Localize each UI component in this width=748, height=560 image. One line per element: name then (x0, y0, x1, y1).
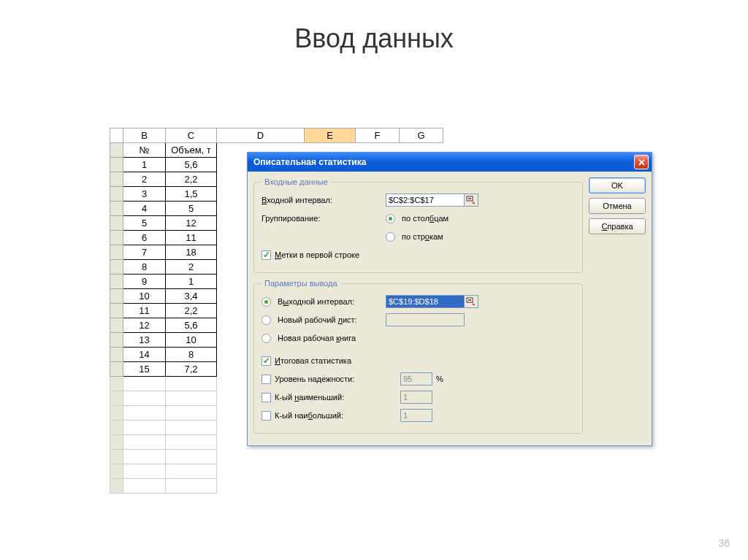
cell-C[interactable]: 12 (166, 216, 217, 231)
output-options-group: Параметры вывода Выходной интервал: Новы… (253, 279, 583, 434)
input-range-picker-button[interactable] (464, 193, 478, 207)
output-group-legend: Параметры вывода (262, 279, 340, 288)
by-columns-label: по столбцам (402, 214, 449, 223)
cell-C[interactable]: 3,4 (166, 289, 217, 304)
input-group-legend: Входные данные (262, 177, 331, 186)
header-B[interactable]: № (123, 143, 166, 158)
input-range-label: Входной интервал: (262, 196, 386, 204)
cell-C[interactable]: 1 (166, 275, 217, 289)
kth-largest-label: К-ый наибольший: (275, 411, 343, 420)
cell-B[interactable]: 2 (123, 172, 166, 187)
by-columns-radio[interactable] (386, 214, 395, 223)
summary-stats-label: Итоговая статистика (275, 356, 351, 365)
cell-C[interactable]: 5 (166, 202, 217, 216)
output-range-radio[interactable] (262, 297, 271, 307)
new-workbook-label: Новая рабочая книга (278, 334, 356, 342)
grouping-label: Группирование: (262, 214, 386, 223)
col-header-D[interactable]: D (217, 129, 305, 143)
cell-B[interactable]: 14 (123, 348, 166, 362)
range-picker-icon (466, 297, 476, 306)
cell-B[interactable]: 3 (123, 187, 166, 202)
by-rows-label: по строкам (402, 232, 443, 241)
svg-rect-3 (468, 299, 471, 301)
range-picker-icon (466, 196, 476, 204)
labels-first-row-label: Метки в первой строке (275, 250, 359, 259)
new-worksheet-field (386, 313, 465, 326)
kth-smallest-checkbox[interactable] (262, 393, 271, 402)
cell-B[interactable]: 4 (123, 202, 166, 216)
cell-C[interactable]: 2,2 (166, 172, 217, 187)
cancel-button[interactable]: Отмена (589, 198, 646, 214)
cell-C[interactable]: 1,5 (166, 187, 217, 202)
cell-C[interactable]: 10 (166, 333, 217, 348)
page-number: 36 (718, 537, 730, 549)
cell-B[interactable]: 1 (123, 158, 166, 172)
input-data-group: Входные данные Входной интервал: Группир… (253, 177, 583, 273)
cell-B[interactable]: 7 (123, 245, 166, 260)
dialog-title: Описательная статистика (253, 157, 634, 167)
cell-B[interactable]: 10 (123, 289, 166, 304)
close-icon: ✕ (638, 157, 646, 168)
cell-B[interactable]: 13 (123, 333, 166, 348)
col-header-G[interactable]: G (400, 129, 443, 143)
col-header-C[interactable]: C (166, 129, 217, 143)
cell-B[interactable]: 12 (123, 318, 166, 333)
output-range-label: Выходной интервал: (278, 297, 354, 306)
cell-B[interactable]: 9 (123, 275, 166, 289)
help-button[interactable]: Справка (589, 218, 646, 234)
confidence-label: Уровень надежности: (275, 375, 354, 383)
cell-B[interactable]: 15 (123, 362, 166, 377)
confidence-field (400, 372, 432, 386)
cell-C[interactable]: 8 (166, 348, 217, 362)
output-range-field[interactable] (386, 295, 465, 308)
col-header-F[interactable]: F (356, 129, 400, 143)
by-rows-radio[interactable] (386, 232, 395, 242)
kth-largest-checkbox[interactable] (262, 411, 271, 421)
summary-stats-checkbox[interactable] (262, 356, 271, 366)
input-range-field[interactable] (386, 193, 465, 207)
cell-C[interactable]: 11 (166, 231, 217, 245)
header-C[interactable]: Объем, т (166, 143, 217, 158)
kth-smallest-label: К-ый наименьший: (275, 393, 344, 402)
new-workbook-radio[interactable] (262, 334, 271, 343)
cell-C[interactable]: 2 (166, 260, 217, 275)
cell-C[interactable]: 5,6 (166, 158, 217, 172)
new-worksheet-label: Новый рабочий лист: (278, 315, 357, 324)
col-header-E[interactable]: E (305, 129, 356, 143)
labels-first-row-checkbox[interactable] (262, 250, 271, 260)
cell-B[interactable]: 6 (123, 231, 166, 245)
cell-C[interactable]: 18 (166, 245, 217, 260)
svg-rect-1 (468, 198, 471, 199)
cell-C[interactable]: 7,2 (166, 362, 217, 377)
cell-B[interactable]: 8 (123, 260, 166, 275)
confidence-unit: % (436, 375, 443, 383)
close-button[interactable]: ✕ (634, 155, 649, 169)
cell-C[interactable]: 5,6 (166, 318, 217, 333)
cell-B[interactable]: 5 (123, 216, 166, 231)
slide-title: Ввод данных (0, 23, 748, 54)
descriptive-statistics-dialog: Описательная статистика ✕ Входные данные… (247, 152, 652, 446)
column-headers-row: B C D E F G (110, 129, 443, 143)
col-header-B[interactable]: B (123, 129, 166, 143)
dialog-titlebar[interactable]: Описательная статистика ✕ (248, 153, 652, 172)
cell-C[interactable]: 2,2 (166, 304, 217, 318)
kth-largest-field (400, 409, 432, 422)
new-worksheet-radio[interactable] (262, 315, 271, 325)
output-range-picker-button[interactable] (464, 295, 478, 308)
ok-button[interactable]: OK (589, 177, 646, 193)
kth-smallest-field (400, 391, 432, 404)
confidence-checkbox[interactable] (262, 375, 271, 384)
cell-B[interactable]: 11 (123, 304, 166, 318)
